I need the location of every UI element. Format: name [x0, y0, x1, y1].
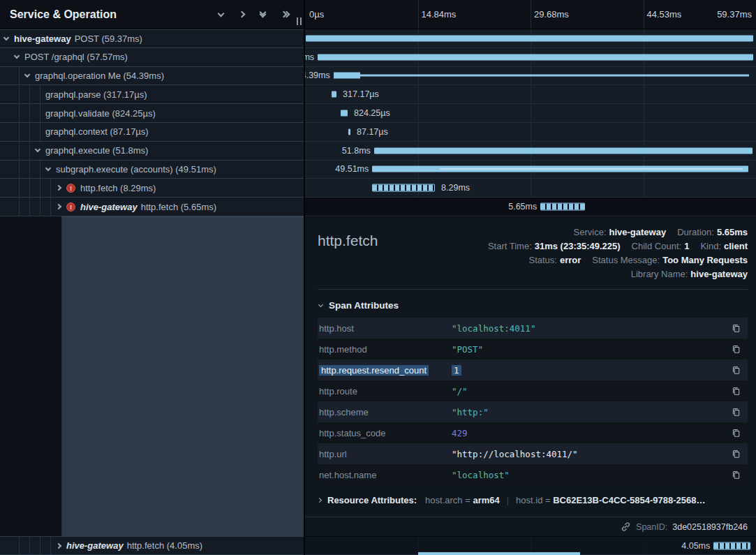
chevron-down-icon[interactable]: [45, 165, 51, 171]
resource-attribute-key: host.arch =: [425, 495, 473, 505]
copy-attribute-button[interactable]: [730, 343, 742, 355]
attribute-key: http.method: [318, 344, 452, 355]
timeline-row[interactable]: 54.39ms: [305, 67, 756, 86]
tree-row[interactable]: !http.fetch (8.29ms): [0, 179, 304, 198]
operation-label: graphql.context (87.17µs): [45, 126, 149, 137]
tree-row[interactable]: graphql.validate (824.25µs): [0, 104, 304, 123]
duration-label: 57.57ms: [305, 52, 314, 62]
span-bar[interactable]: [374, 147, 753, 154]
attribute-row[interactable]: http.status_code429: [318, 422, 748, 443]
meta-label: Child Count:: [632, 241, 682, 251]
partial-span-bar: [418, 552, 581, 555]
service-name: hive-gateway: [66, 540, 124, 551]
span-bar[interactable]: [372, 166, 748, 172]
tree-row[interactable]: POST /graphql (57.57ms): [0, 48, 304, 67]
span-bar[interactable]: [372, 184, 435, 192]
tree-row[interactable]: hive-gatewayhttp.fetch (4.05ms): [0, 536, 304, 555]
copy-icon: [732, 449, 741, 459]
tree-row[interactable]: graphql.operation Me (54.39ms): [0, 67, 304, 86]
tree-row[interactable]: subgraph.execute (accounts) (49.51ms): [0, 161, 304, 179]
chevron-down-icon[interactable]: [14, 53, 20, 59]
meta-pair: Kind:client: [700, 241, 748, 251]
copy-attribute-button[interactable]: [730, 385, 742, 397]
attribute-row[interactable]: http.method"POST": [318, 339, 748, 360]
copy-icon: [732, 365, 741, 375]
attribute-row[interactable]: http.host"localhost:4011": [318, 318, 748, 339]
tree-row[interactable]: !hive-gatewayhttp.fetch (5.65ms): [0, 198, 304, 216]
span-bar[interactable]: [348, 128, 350, 135]
meta-value: 1: [684, 241, 689, 251]
span-bar[interactable]: [318, 54, 753, 60]
meta-value: 5.65ms: [717, 227, 748, 237]
tree-row[interactable]: graphql.context (87.17µs): [0, 123, 304, 142]
copy-attribute-button[interactable]: [730, 322, 742, 334]
expand-all-button[interactable]: [279, 10, 291, 19]
copy-attribute-button[interactable]: [730, 427, 742, 439]
resource-attributes-row[interactable]: Resource Attributes: host.arch = arm64|h…: [318, 495, 748, 505]
chevron-down-icon[interactable]: [35, 147, 40, 152]
timeline-row[interactable]: 51.8ms: [305, 142, 756, 161]
timeline-row[interactable]: 8.29ms: [305, 179, 756, 198]
operation-label: http.fetch (5.65ms): [141, 202, 216, 212]
ruler-gridline: [418, 0, 419, 29]
meta-line: Service:hive-gatewayDuration:5.65ms: [488, 227, 748, 237]
copy-icon: [732, 428, 741, 438]
tick-label: 59.37ms: [717, 9, 752, 20]
attribute-value: "localhost:4011": [452, 323, 730, 334]
meta-line: Start Time:31ms (23:35:49.225)Child Coun…: [488, 241, 748, 251]
error-icon: !: [66, 184, 75, 193]
operation-label: http.fetch (8.29ms): [80, 183, 156, 193]
resource-attribute-value: arm64: [473, 495, 499, 505]
collapse-one-button[interactable]: [216, 11, 225, 18]
copy-attribute-button[interactable]: [730, 447, 742, 460]
span-bar[interactable]: [334, 73, 749, 79]
copy-attribute-button[interactable]: [730, 406, 742, 418]
attribute-row[interactable]: http.url"http://localhost:4011/": [318, 443, 748, 464]
copy-attribute-button[interactable]: [730, 468, 742, 481]
span-bar[interactable]: [713, 542, 750, 549]
chevron-down-icon[interactable]: [24, 72, 30, 77]
attribute-key: http.host: [318, 323, 452, 334]
tree-row[interactable]: hive-gatewayPOST (59.37ms): [0, 29, 304, 48]
span-bar[interactable]: [306, 35, 753, 41]
chevron-right-icon[interactable]: [56, 185, 61, 191]
duration-label: 4.05ms: [681, 541, 710, 551]
timeline-row[interactable]: 49.51ms: [305, 161, 756, 179]
timeline-row[interactable]: 57.57ms: [305, 48, 756, 67]
attribute-value: 1: [452, 365, 730, 376]
span-bar[interactable]: [341, 110, 348, 117]
span-attributes-header[interactable]: Span Attributes: [319, 300, 748, 311]
copy-icon: [732, 407, 741, 417]
attribute-row[interactable]: http.request.resend_count1: [318, 360, 748, 380]
chevron-right-icon[interactable]: [56, 204, 61, 209]
tree-row[interactable]: graphql.execute (51.8ms): [0, 142, 304, 161]
chevron-down-icon[interactable]: [3, 35, 9, 40]
meta-line: Status:errorStatus Message:Too Many Requ…: [488, 255, 748, 265]
attribute-row[interactable]: http.route"/": [318, 380, 748, 401]
span-bar[interactable]: [540, 203, 584, 211]
copy-icon: [732, 470, 741, 480]
panel-title: Service & Operation: [10, 8, 117, 21]
panel-resizer-handle[interactable]: [297, 17, 302, 25]
collapse-all-button[interactable]: [258, 10, 267, 19]
tree-row[interactable]: graphql.parse (317.17µs): [0, 85, 304, 104]
timeline-row[interactable]: 824.25µs: [305, 104, 756, 123]
span-bar[interactable]: [332, 91, 336, 98]
timeline-row[interactable]: 5.65ms: [305, 198, 756, 216]
service-name: hive-gateway: [80, 202, 138, 212]
copy-attribute-button[interactable]: [730, 364, 742, 376]
expand-one-button[interactable]: [237, 10, 246, 19]
meta-value: 31ms (23:35:49.225): [535, 241, 621, 251]
timeline-row[interactable]: 59.37ms: [305, 29, 756, 48]
attribute-row[interactable]: http.scheme"http:": [318, 401, 748, 422]
resource-attribute: host.id = BC62E13B-C4CC-5854-9788-2568…: [516, 495, 705, 505]
attribute-row[interactable]: net.host.name"localhost": [318, 464, 748, 485]
chevron-right-icon[interactable]: [56, 542, 61, 548]
timeline-row[interactable]: 87.17µs: [305, 123, 756, 142]
left-panel: Service & Operation hive-gatewayPOST (59…: [0, 0, 305, 555]
duration-label: 824.25µs: [354, 108, 390, 118]
span-metadata: Service:hive-gatewayDuration:5.65msStart…: [488, 227, 748, 283]
meta-pair: Start Time:31ms (23:35:49.225): [488, 241, 621, 251]
timeline-row[interactable]: 317.17µs: [305, 85, 756, 104]
meta-label: Status:: [529, 255, 557, 265]
